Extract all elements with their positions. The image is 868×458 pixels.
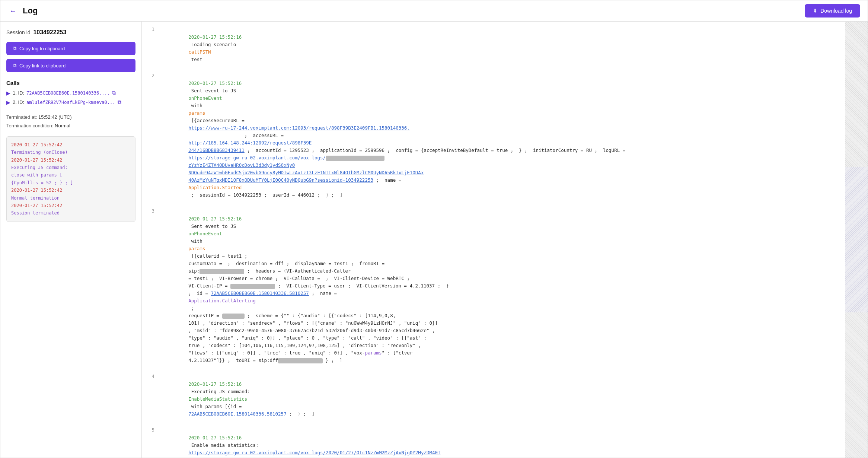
termination-condition: Termination condition: Normal [6,121,135,130]
call-item-2: ▶ 2. ID: amlulefZR92V7HosfLkEPg-kmseva0.… [6,99,135,105]
url-2c2[interactable]: zYzYzE4ZTA4ODUvaHR0cDovL3d3dy1ydS0xNy0 [188,162,295,168]
vox-params-3: params [365,350,382,356]
log-text-3: 2020-01-27 15:52:16 Sent event to JS onP… [160,208,845,372]
msg-1: Loading scenario [188,42,239,47]
log-text-1: 2020-01-27 15:52:16 Loading scenario cal… [160,26,845,71]
app-container: ← Log ⬇ Download log Session id 10349222… [0,0,868,458]
line-num-5: 5 [142,427,160,434]
msg-3b: with [188,238,205,244]
back-icon: ← [9,7,17,15]
msg-2c: [{accessSecureURL = https://www-ru-17-24… [160,118,625,183]
msg-3j: } ; ] [323,357,342,363]
log-row-1: 1 2020-01-27 15:52:16 Loading scenario c… [142,25,845,71]
redacted-2c [326,156,384,161]
terminal-line-1: 2020-01-27 15:52:42 [11,141,131,149]
ts-4: 2020-01-27 15:52:16 [188,381,242,387]
call-arrow-2: ▶ [6,99,10,105]
msg-1b: test [188,57,202,62]
header: ← Log ⬇ Download log [0,0,868,22]
main-layout: Session id 1034922253 ⧉ Copy log to clip… [0,22,868,458]
back-button[interactable]: ← [8,5,18,17]
terminal-msg-8: Normal termination [11,195,60,201]
id-link-4[interactable]: 72AAB5CEB08EB60E.1580140336.5810257 [188,411,286,417]
terminal-line-4: Executing JS command: [11,164,131,171]
msg-3f: ; name = [309,290,340,296]
call-arrow-1: ▶ [6,90,10,96]
msg-2b: with [188,103,205,108]
msg-4c: ; } ; ] [287,411,315,417]
ts-2: 2020-01-27 15:52:16 [188,80,242,86]
terminal-line-3: 2020-01-27 15:52:42 [11,156,131,164]
terminal-ts-7: 2020-01-27 15:52:42 [11,188,62,193]
call-copy-icon-1[interactable]: ⧉ [112,90,116,96]
params-2: params [188,110,205,116]
event-3: onPhoneEvent [188,231,222,236]
log-row-3: 3 2020-01-27 15:52:16 Sent event to JS o… [142,207,845,372]
redacted-3d [278,358,323,363]
sidebar: Session id 1034922253 ⧉ Copy log to clip… [0,22,142,458]
call-index-2: 2. ID: [13,99,24,105]
log-content[interactable]: 1 2020-01-27 15:52:16 Loading scenario c… [142,22,845,458]
url-5a[interactable]: https://storage-gw-ru-02.voximplant.com/… [188,450,440,455]
meta-info: Terminated at: 15:52:42 (UTC) Terminatio… [6,113,135,130]
terminal-ts-9: 2020-01-27 15:52:42 [11,203,62,208]
termination-condition-value: Normal [55,123,70,128]
log-text-2: 2020-01-27 15:52:16 Sent event to JS onP… [160,72,845,206]
msg-4a: Executing JS command: [188,389,253,394]
ts-1: 2020-01-27 15:52:16 [188,34,242,40]
url-2a[interactable]: https://www-ru-17-244.voximplant.com:120… [188,125,410,131]
terminated-at: Terminated at: 15:52:42 (UTC) [6,113,135,121]
url-2c4[interactable]: 40AzMzYuNTgxMDI1OF8xODUuMTY0LjE0OC40yNDQ… [188,177,373,183]
redacted-3b [230,284,275,289]
terminal-line-6: {CpuMillis = 52 ; } ; ] [11,179,131,187]
copy-icon: ⧉ [13,45,16,51]
download-log-button[interactable]: ⬇ Download log [805,4,860,18]
thumb-mini-3 [845,312,868,458]
copy-log-button[interactable]: ⧉ Copy log to clipboard [6,42,135,55]
thumb-mini-1 [845,22,868,167]
msg-3g: ; requestIP = [160,305,222,318]
terminal-ts-1: 2020-01-27 15:52:42 [11,142,62,147]
session-id-value: 1034922253 [33,29,66,35]
cmd-4: EnableMediaStatistics [188,396,247,402]
copy-log-label: Copy log to clipboard [19,46,65,51]
line-num-3: 3 [142,208,160,215]
id-link-3[interactable]: 72AAB5CEB08EB60E.1580140336.5810257 [211,290,309,296]
call-id-link-1[interactable]: 72AAB5CEB08EB60E.1580140336.... [26,90,110,96]
session-id-section: Session id 1034922253 [6,29,135,36]
terminal-msg-10: Session terminated [11,210,60,216]
copy-link-label: Copy link to clipboard [19,63,66,69]
url-5b[interactable]: lwbGFudC5jb20vbG9ncy8yMDIwLzAxLzI3LzgzOE… [188,457,306,458]
terminal-line-8: Normal termination [11,194,131,202]
url-2c[interactable]: https://storage-gw-ru-02.voximplant.com/… [188,155,326,160]
call-copy-icon-2[interactable]: ⧉ [118,99,121,105]
link-icon: ⧉ [13,63,16,69]
ts-3: 2020-01-27 15:52:16 [188,216,242,222]
url-2b[interactable]: http://185.164.148.244:12092/request/898… [188,140,312,146]
redacted-3a [200,269,244,274]
log-row-2: 2 2020-01-27 15:52:16 Sent event to JS o… [142,71,845,207]
thumb-mini-2 [845,167,868,312]
terminal-line-7: 2020-01-27 15:52:42 [11,187,131,194]
call-item-1: ▶ 1. ID: 72AAB5CEB08EB60E.1580140336....… [6,90,135,96]
session-id-label: Session id [6,29,31,35]
call-id-link-2[interactable]: amlulefZR92V7HosfLkEPg-kmseva0... [26,100,115,105]
url-2b2[interactable]: 244/16BDB8B683439411 [188,147,245,153]
copy-link-button[interactable]: ⧉ Copy link to clipboard [6,59,135,72]
terminated-value: 15:52:42 (UTC) [38,114,72,120]
params-3: params [188,246,205,251]
terminated-label: Terminated at: [6,114,37,120]
terminal-line-5: close with params [ [11,171,131,179]
terminal-msg-6: {CpuMillis = 52 ; } ; ] [11,180,73,185]
terminal-line-10: Session terminated [11,209,131,217]
termination-condition-label: Termination condition: [6,123,53,128]
terminal-msg-5: close with params [ [11,172,62,178]
name-3: Application.CallAlerting [188,298,256,303]
line-num-2: 2 [142,72,160,79]
line-num-1: 1 [142,26,160,33]
ts-5: 2020-01-27 15:52:16 [188,435,242,440]
header-left: ← Log [8,5,38,17]
redacted-3c [222,314,245,319]
event-2: onPhoneEvent [188,95,222,101]
url-2c3[interactable]: NDQudm94aW1wbGFudC5jb20vbG9ncy8yMDIwLzAx… [188,170,424,175]
